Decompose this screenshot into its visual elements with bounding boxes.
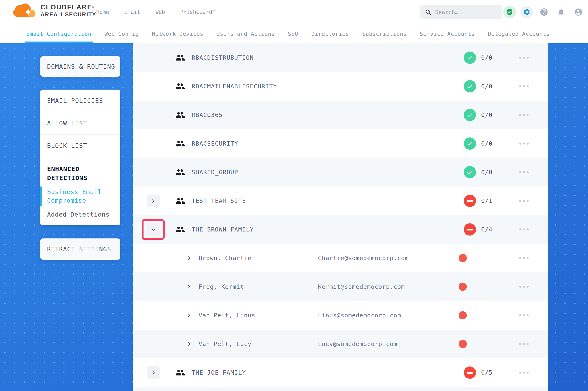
sidebar-item-added-detections[interactable]: Added Detections xyxy=(40,210,120,219)
minus-badge xyxy=(464,367,476,379)
sidebar-item-enhanced-detections[interactable]: ENHANCED DETECTIONS xyxy=(40,164,120,183)
tab-label: Users and Actions xyxy=(216,31,275,37)
table-row-member: Van Pelt, LucyLucy@somedemocorp.com xyxy=(133,330,548,358)
check-badge xyxy=(464,52,476,64)
table-row-group: RBACMAILENABLESECURITY0/0 xyxy=(133,72,548,100)
table-row-group: RBACO3650/0 xyxy=(133,100,548,129)
more-options-button[interactable] xyxy=(519,343,529,345)
ellipsis-dot xyxy=(527,228,529,230)
logo-brand: CLOUDFLARE xyxy=(40,3,92,11)
tab-subscriptions[interactable]: Subscriptions xyxy=(362,24,407,43)
ellipsis-dot xyxy=(523,343,525,345)
topnav-item-email[interactable]: Email xyxy=(124,9,140,15)
tab-label: Service Accounts xyxy=(420,31,475,37)
expand-member-button[interactable] xyxy=(186,255,192,262)
logo-text: CLOUDFLARE® AREA 1 SECURITY xyxy=(40,3,96,18)
gear-icon[interactable] xyxy=(520,6,533,18)
member-count: 0/0 xyxy=(481,140,492,147)
primary-nav: HomeEmailWebPhishGuard™ xyxy=(96,0,215,24)
check-icon xyxy=(466,111,473,118)
ellipsis-dot xyxy=(519,143,521,145)
ellipsis-dot xyxy=(523,372,525,374)
sidebar-card-retract-settings[interactable]: RETRACT SETTINGS xyxy=(40,238,120,260)
ellipsis-dot xyxy=(519,372,521,374)
more-options-button[interactable] xyxy=(519,171,529,173)
user-icon[interactable] xyxy=(572,6,585,18)
minus-badge xyxy=(464,195,476,207)
enhanced-detections-block: ENHANCED DETECTIONS Business Email Compr… xyxy=(40,157,120,219)
people-icon xyxy=(175,110,185,121)
sidebar-item-domains-routing[interactable]: DOMAINS & ROUTING xyxy=(40,63,115,70)
expand-button[interactable] xyxy=(147,366,160,379)
more-options-button[interactable] xyxy=(519,314,529,316)
ellipsis-dot xyxy=(527,286,529,288)
collapse-button[interactable] xyxy=(147,223,160,236)
ellipsis-dot xyxy=(519,57,521,59)
sidebar-item-allow-list[interactable]: ALLOW LIST xyxy=(40,112,120,135)
tab-service-accounts[interactable]: Service Accounts xyxy=(420,24,475,43)
sidebar-item-retract-settings[interactable]: RETRACT SETTINGS xyxy=(40,246,111,253)
sidebar-item-label: Added Detections xyxy=(40,210,120,219)
sidebar-card-domains-routing[interactable]: DOMAINS & ROUTING xyxy=(40,56,120,77)
tab-directories[interactable]: Directories xyxy=(311,24,349,43)
expand-button[interactable] xyxy=(147,195,160,207)
search-box[interactable] xyxy=(420,5,502,19)
secondary-nav: Email ConfigurationWeb ConfigNetwork Dev… xyxy=(0,24,588,43)
more-options-button[interactable] xyxy=(519,372,529,374)
more-options-button[interactable] xyxy=(519,200,529,202)
expand-member-button[interactable] xyxy=(186,312,192,319)
ellipsis-dot xyxy=(527,171,529,173)
bell-icon[interactable] xyxy=(555,6,568,18)
sidebar-item-label: BLOCK LIST xyxy=(40,142,87,149)
ellipsis-dot xyxy=(523,228,525,230)
tab-users-and-actions[interactable]: Users and Actions xyxy=(216,24,275,43)
more-options-button[interactable] xyxy=(519,143,529,145)
member-email: Kermit@somedemocorp.com xyxy=(318,283,405,290)
ellipsis-dot xyxy=(523,143,525,145)
more-options-button[interactable] xyxy=(519,286,529,288)
more-options-button[interactable] xyxy=(519,57,529,59)
group-name: TEST TEAM SITE xyxy=(192,197,246,204)
member-email: Lucy@somedemocorp.com xyxy=(318,340,397,347)
check-icon xyxy=(466,169,473,176)
groups-table: RBACDISTRUBUTION0/0RBACMAILENABLESECURIT… xyxy=(133,43,548,391)
topnav-item-web[interactable]: Web xyxy=(155,9,165,15)
more-options-button[interactable] xyxy=(519,114,529,116)
sidebar-item-business-email-compromise[interactable]: Business Email Compromise xyxy=(40,188,120,205)
topnav-item-home[interactable]: Home xyxy=(96,9,109,15)
expand-member-button[interactable] xyxy=(186,284,192,291)
member-email: Linus@somedemocorp.com xyxy=(318,312,401,319)
group-name: RBACSECURITY xyxy=(192,140,238,147)
page-body: DOMAINS & ROUTING EMAIL POLICIESALLOW LI… xyxy=(0,43,588,391)
tab-web-config[interactable]: Web Config xyxy=(104,24,139,43)
more-options-button[interactable] xyxy=(519,257,529,259)
tab-email-configuration[interactable]: Email Configuration xyxy=(26,24,91,43)
tab-label: Email Configuration xyxy=(26,31,91,37)
sidebar-item-block-list[interactable]: BLOCK LIST xyxy=(40,135,120,157)
ellipsis-dot xyxy=(523,257,525,259)
ellipsis-dot xyxy=(519,114,521,116)
table-row-group: THE JOE FAMILY0/5 xyxy=(133,358,548,387)
more-options-button[interactable] xyxy=(519,228,529,230)
tab-network-devices[interactable]: Network Devices xyxy=(152,24,203,43)
ellipsis-dot xyxy=(519,257,521,259)
chevron-right-icon xyxy=(151,370,156,375)
status-dot xyxy=(459,311,467,319)
check-icon xyxy=(466,140,473,147)
search-input[interactable] xyxy=(435,9,497,15)
ellipsis-dot xyxy=(523,314,525,316)
ellipsis-dot xyxy=(523,114,525,116)
shield-check-icon[interactable] xyxy=(503,6,516,18)
more-options-button[interactable] xyxy=(519,85,529,87)
chevron-right-icon xyxy=(186,341,192,347)
minus-badge xyxy=(464,223,476,236)
cloudflare-cloud-icon xyxy=(12,2,38,19)
sidebar-item-email-policies[interactable]: EMAIL POLICIES xyxy=(40,90,120,112)
help-icon[interactable]: ? xyxy=(538,6,550,18)
tab-sso[interactable]: SSO xyxy=(288,24,298,43)
cloudflare-logo[interactable]: CLOUDFLARE® AREA 1 SECURITY xyxy=(12,2,96,19)
topnav-item-phishguard-[interactable]: PhishGuard™ xyxy=(180,9,215,15)
status-dot xyxy=(459,254,467,262)
expand-member-button[interactable] xyxy=(186,341,192,348)
tab-delegated-accounts[interactable]: Delegated Accounts xyxy=(488,24,550,43)
